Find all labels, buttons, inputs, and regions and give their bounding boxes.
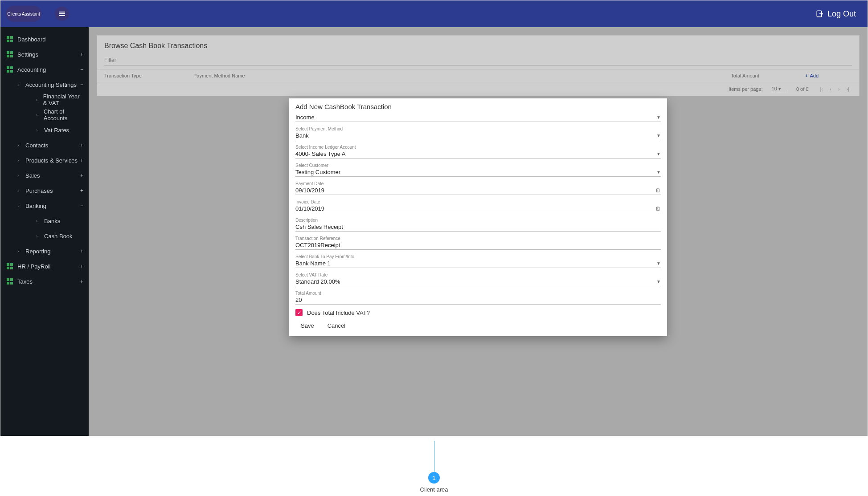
grid-icon: [7, 263, 13, 269]
save-button[interactable]: Save: [301, 322, 314, 329]
field-value: Bank: [295, 132, 309, 139]
plus-icon: +: [80, 157, 83, 163]
sidebar: Dashboard Settings + Accounting − › Acco…: [0, 27, 89, 436]
field-value: Standard 20.00%: [295, 278, 340, 285]
sidebar-label: Reporting: [25, 248, 50, 255]
field-value: Csh Sales Receipt: [295, 224, 343, 230]
annotation-marker: 1: [428, 472, 440, 484]
field-label: Select Bank To Pay From/Into: [295, 254, 661, 259]
field-label: Description: [295, 218, 661, 223]
sidebar-item-reporting[interactable]: ›Reporting+: [13, 244, 89, 259]
modal-overlay: Add New CashBook Transaction Income▼ Sel…: [89, 27, 868, 436]
main-content: Browse Cash Book Transactions Transactio…: [89, 27, 868, 436]
sidebar-item-contacts[interactable]: ›Contacts+: [13, 138, 89, 153]
sidebar-item-settings[interactable]: Settings +: [0, 47, 89, 62]
sidebar-item-vat-rates[interactable]: ›Vat Rates: [32, 122, 89, 138]
field-label: Select Payment Method: [295, 126, 661, 131]
sidebar-item-accounting-settings[interactable]: › Accounting Settings −: [13, 77, 89, 92]
vat-rate-select[interactable]: Select VAT Rate Standard 20.00%▼: [295, 272, 661, 286]
include-vat-checkbox[interactable]: ✓: [295, 309, 303, 316]
transaction-type-select[interactable]: Income▼: [295, 114, 661, 122]
payment-date-field[interactable]: Payment Date 09/10/2019🗓: [295, 181, 661, 195]
sidebar-item-accounting[interactable]: Accounting −: [0, 62, 89, 77]
plus-icon: +: [80, 142, 83, 148]
field-value: 09/10/2019: [295, 187, 324, 194]
sidebar-item-taxes[interactable]: Taxes +: [0, 274, 89, 289]
description-input[interactable]: Description Csh Sales Receipt: [295, 218, 661, 232]
chevron-right-icon: ›: [17, 173, 21, 178]
sidebar-label: Purchases: [25, 187, 53, 194]
sidebar-label: Accounting Settings: [25, 81, 77, 88]
menu-toggle-button[interactable]: [55, 7, 69, 21]
minus-icon: −: [80, 66, 83, 73]
field-value: Income: [295, 114, 315, 121]
annotation: 1 Client area: [0, 436, 868, 493]
chevron-right-icon: ›: [17, 143, 21, 148]
chevron-right-icon: ›: [36, 219, 40, 224]
sidebar-item-purchases[interactable]: ›Purchases+: [13, 183, 89, 198]
logout-label: Log Out: [827, 9, 856, 19]
chevron-right-icon: ›: [17, 203, 21, 208]
customer-select[interactable]: Select Customer Testing Customer▼: [295, 163, 661, 177]
chevron-down-icon: ▼: [656, 151, 661, 156]
logout-icon: [816, 10, 824, 18]
grid-icon: [7, 36, 13, 42]
plus-icon: +: [80, 263, 83, 269]
chevron-right-icon: ›: [36, 113, 39, 118]
annotation-label: Client area: [0, 486, 868, 493]
minus-icon: −: [80, 203, 83, 209]
top-bar: Clients Assistant Log Out: [0, 0, 868, 27]
sidebar-item-chart-accounts[interactable]: ›Chart of Accounts: [32, 107, 89, 122]
sidebar-label: Contacts: [25, 142, 48, 149]
cancel-button[interactable]: Cancel: [328, 322, 345, 329]
chevron-right-icon: ›: [36, 234, 40, 239]
annotation-line: [434, 441, 434, 472]
field-value: Bank Name 1: [295, 260, 331, 267]
logout-button[interactable]: Log Out: [816, 9, 862, 19]
calendar-icon[interactable]: 🗓: [655, 187, 661, 194]
modal-scroll[interactable]: Add New CashBook Transaction Income▼ Sel…: [289, 98, 667, 336]
modal-title: Add New CashBook Transaction: [295, 103, 661, 110]
field-label: Transaction Reference: [295, 236, 661, 241]
app-frame: Clients Assistant Log Out Dashboard Sett…: [0, 0, 868, 436]
chevron-right-icon: ›: [17, 188, 21, 193]
chevron-right-icon: ›: [17, 249, 21, 254]
sidebar-item-banking[interactable]: ›Banking−: [13, 198, 89, 213]
grid-icon: [7, 66, 13, 73]
field-value: 01/10/2019: [295, 205, 324, 212]
calendar-icon[interactable]: 🗓: [655, 206, 661, 212]
chevron-right-icon: ›: [17, 82, 21, 87]
grid-icon: [7, 278, 13, 285]
add-cashbook-modal: Add New CashBook Transaction Income▼ Sel…: [289, 98, 667, 336]
sidebar-label: Chart of Accounts: [44, 108, 82, 122]
chevron-right-icon: ›: [17, 158, 21, 163]
sidebar-label: Banking: [25, 203, 46, 209]
sidebar-item-banks[interactable]: ›Banks: [32, 213, 89, 228]
chevron-down-icon: ▼: [656, 279, 661, 284]
plus-icon: +: [80, 51, 83, 57]
sidebar-item-cash-book[interactable]: ›Cash Book: [32, 228, 89, 244]
ledger-account-select[interactable]: Select Income Ledger Account 4000- Sales…: [295, 145, 661, 159]
payment-method-select[interactable]: Select Payment Method Bank▼: [295, 126, 661, 140]
sidebar-label: Vat Rates: [44, 127, 69, 134]
sidebar-item-sales[interactable]: ›Sales+: [13, 168, 89, 183]
total-amount-input[interactable]: Total Amount 20: [295, 291, 661, 305]
field-label: Total Amount: [295, 291, 661, 296]
field-label: Payment Date: [295, 181, 661, 186]
field-label: Select VAT Rate: [295, 272, 661, 277]
bank-select[interactable]: Select Bank To Pay From/Into Bank Name 1…: [295, 254, 661, 268]
sidebar-item-financial-year[interactable]: ›Financial Year & VAT: [32, 92, 89, 107]
chevron-down-icon: ▼: [656, 261, 661, 266]
invoice-date-field[interactable]: Invoice Date 01/10/2019🗓: [295, 199, 661, 213]
field-value: Testing Customer: [295, 169, 340, 175]
minus-icon: −: [80, 81, 83, 88]
chevron-down-icon: ▼: [656, 115, 661, 120]
sidebar-item-dashboard[interactable]: Dashboard: [0, 32, 89, 47]
sidebar-item-products[interactable]: ›Products & Services+: [13, 153, 89, 168]
plus-icon: +: [80, 248, 83, 254]
sidebar-label: Settings: [17, 51, 38, 58]
reference-input[interactable]: Transaction Reference OCT2019Receipt: [295, 236, 661, 250]
grid-icon: [7, 51, 13, 57]
sidebar-item-hr[interactable]: HR / PayRoll +: [0, 259, 89, 274]
brand-logo: Clients Assistant: [6, 6, 41, 22]
